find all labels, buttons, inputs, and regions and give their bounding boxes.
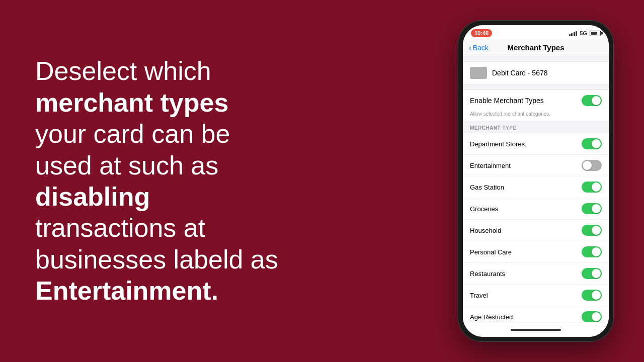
signal-icon	[569, 31, 578, 36]
network-label: 5G	[580, 30, 587, 36]
merchant-toggle-age-restricted[interactable]	[582, 311, 602, 322]
merchant-name: Personal Care	[470, 248, 512, 256]
toggle-thumb	[592, 226, 601, 235]
battery-icon	[590, 31, 601, 36]
toggle-thumb	[592, 183, 601, 192]
merchant-name: Household	[470, 227, 501, 234]
phone-mockup: 10:48 5G ‹ B	[458, 20, 614, 342]
status-bar: 10:48 5G	[463, 25, 609, 39]
toggle-thumb	[592, 247, 601, 256]
card-icon	[470, 67, 487, 79]
merchant-row: Restaurants	[463, 263, 609, 285]
enable-section: Enable Merchant Types Allow selected mer…	[463, 89, 609, 121]
phone-screen: 10:48 5G ‹ B	[463, 25, 609, 337]
section-header: MERCHANT TYPE	[463, 121, 609, 133]
enable-merchant-toggle[interactable]	[582, 95, 602, 106]
merchant-toggle-household[interactable]	[582, 225, 602, 236]
merchant-row: Personal Care	[463, 241, 609, 263]
merchant-toggle-department-stores[interactable]	[582, 138, 602, 149]
text-line-4: used at such as	[35, 150, 433, 181]
merchant-row: Entertainment	[463, 155, 609, 176]
back-button[interactable]: ‹ Back	[469, 44, 489, 52]
toggle-thumb	[592, 139, 601, 148]
phone-outer-shell: 10:48 5G ‹ B	[458, 20, 614, 342]
merchant-name: Gas Station	[470, 184, 504, 191]
merchant-row: Travel	[463, 285, 609, 306]
battery-fill	[591, 32, 597, 35]
text-line-6: transactions at	[35, 212, 433, 243]
chevron-left-icon: ‹	[469, 44, 471, 52]
merchant-row: Groceries	[463, 198, 609, 220]
merchant-name: Groceries	[470, 205, 498, 213]
toggle-thumb	[592, 291, 601, 300]
nav-bar: ‹ Back Merchant Types	[463, 39, 609, 56]
merchant-name: Travel	[470, 292, 488, 299]
text-line-3: your card can be	[35, 118, 433, 149]
merchant-toggle-gas-station[interactable]	[582, 182, 602, 193]
enable-row: Enable Merchant Types	[463, 90, 609, 111]
toggle-thumb	[592, 204, 601, 213]
status-right: 5G	[569, 30, 601, 36]
merchant-row: Household	[463, 220, 609, 241]
merchant-name: Restaurants	[470, 270, 505, 278]
merchant-row: Department Stores	[463, 133, 609, 155]
left-text-block: Deselect which merchant types your card …	[0, 25, 458, 336]
toggle-thumb	[592, 269, 601, 278]
toggle-thumb	[583, 161, 592, 170]
status-time: 10:48	[471, 29, 492, 37]
card-section: Debit Card - 5678	[463, 61, 609, 84]
merchant-row: Age Restricted	[463, 306, 609, 322]
toggle-thumb	[592, 96, 601, 105]
merchant-name: Entertainment	[470, 162, 511, 169]
screen-content[interactable]: Debit Card - 5678 Enable Merchant Types …	[463, 56, 609, 322]
merchant-name: Age Restricted	[470, 313, 513, 321]
back-label: Back	[473, 44, 489, 52]
text-line-8: Entertainment.	[35, 275, 433, 306]
home-bar	[511, 329, 561, 331]
merchant-toggle-personal-care[interactable]	[582, 246, 602, 257]
text-line-7: businesses labeld as	[35, 244, 433, 275]
merchant-toggle-travel[interactable]	[582, 290, 602, 301]
merchant-name: Department Stores	[470, 140, 525, 148]
home-indicator	[463, 322, 609, 337]
merchant-toggle-entertainment[interactable]	[582, 160, 602, 171]
merchant-row: Gas Station	[463, 176, 609, 198]
merchant-toggle-groceries[interactable]	[582, 203, 602, 214]
text-line-5: disabling	[35, 181, 433, 212]
toggle-thumb	[592, 312, 601, 321]
enable-label: Enable Merchant Types	[470, 97, 544, 105]
text-line-1: Deselect which	[35, 55, 433, 86]
allow-text: Allow selected merchant categories.	[463, 111, 609, 121]
text-line-2: merchant types	[35, 87, 433, 118]
merchant-toggle-restaurants[interactable]	[582, 268, 602, 279]
nav-title: Merchant Types	[507, 43, 564, 52]
merchant-list: Department StoresEntertainmentGas Statio…	[463, 133, 609, 322]
card-label: Debit Card - 5678	[492, 69, 548, 77]
